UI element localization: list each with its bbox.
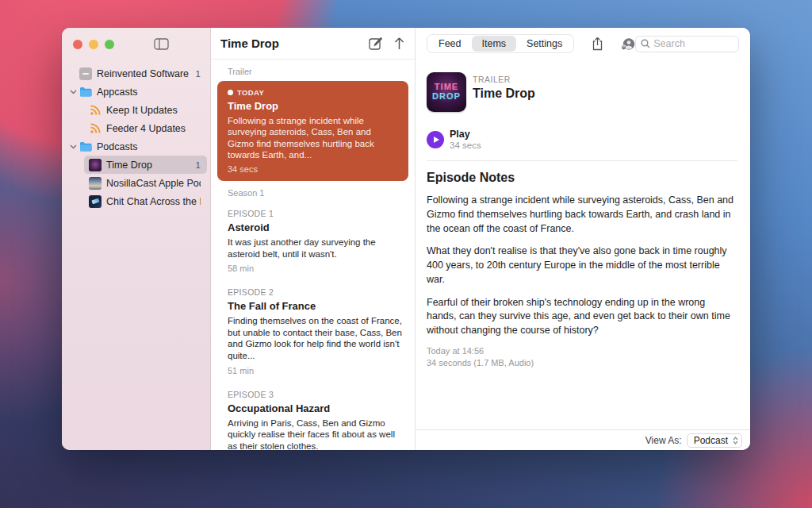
person-sync-icon[interactable]: [621, 37, 635, 51]
play-icon: [434, 137, 439, 143]
chevron-down-icon[interactable]: [70, 89, 79, 94]
detail-pane: Feed Items Settings: [416, 28, 750, 450]
detail-title: Time Drop: [473, 87, 535, 101]
folder-icon: [79, 86, 92, 98]
minimize-button[interactable]: [89, 40, 98, 49]
episode-kicker: EPISODE 1: [228, 209, 402, 218]
view-segmented-control: Feed Items Settings: [427, 34, 574, 53]
rss-icon: [89, 104, 102, 117]
detail-toolbar: Feed Items Settings: [416, 28, 750, 60]
detail-header: TIME DROP TRAILER Time Drop: [427, 72, 737, 112]
view-as-dropdown[interactable]: Podcast: [687, 433, 742, 448]
sidebar-item-label: Appcasts: [97, 87, 201, 98]
section-header-season: Season 1: [211, 181, 415, 202]
chevron-down-icon[interactable]: [70, 144, 79, 149]
sidebar: Reinvented Software 1 Appcasts: [62, 28, 211, 450]
episode-kicker: EPISODE 3: [228, 390, 402, 399]
section-header-trailer: Trailer: [211, 60, 415, 81]
episode-kicker: EPISODE 2: [228, 287, 402, 297]
notes-heading: Episode Notes: [427, 171, 737, 185]
sidebar-item-reinvented-software[interactable]: Reinvented Software 1: [75, 64, 207, 83]
notes-paragraph: What they don't realise is that they've …: [427, 244, 737, 287]
nosillacast-artwork-icon: [89, 177, 102, 190]
upload-arrow-icon[interactable]: [393, 37, 405, 50]
episode-list-pane: Time Drop Trailer TODAY: [211, 28, 416, 450]
notes-paragraph: Fearful of their broken ship's technolog…: [427, 296, 737, 338]
chit-chat-artwork-icon: [89, 195, 102, 208]
unread-badge: 1: [196, 69, 201, 79]
episode-description: Following a strange incident while surve…: [228, 115, 398, 161]
today-kicker: TODAY: [228, 88, 398, 97]
separator: [427, 160, 737, 161]
episode-title: Time Drop: [228, 100, 398, 112]
detail-footer: View As: Podcast: [416, 429, 750, 450]
desktop-wallpaper: Reinvented Software 1 Appcasts: [0, 0, 812, 508]
play-label: Play: [450, 129, 481, 140]
publish-date: Today at 14:56: [427, 346, 737, 356]
podcast-artwork: TIME DROP: [427, 72, 466, 112]
sidebar-toggle-icon[interactable]: [154, 38, 169, 50]
episode-description: Finding themselves on the coast of Franc…: [228, 315, 402, 361]
close-button[interactable]: [73, 40, 82, 49]
sidebar-folder-podcasts[interactable]: Podcasts: [65, 137, 207, 156]
search-input[interactable]: [653, 38, 733, 49]
detail-content: TIME DROP TRAILER Time Drop Play 34 secs: [416, 60, 750, 429]
episode-notes: Episode Notes Following a strange incide…: [427, 171, 737, 368]
sidebar-item-time-drop[interactable]: Time Drop 1: [84, 156, 207, 174]
folder-icon: [79, 140, 92, 153]
search-field[interactable]: [635, 36, 739, 52]
episode-title: Asteroid: [228, 221, 402, 233]
view-as-label: View As:: [645, 435, 682, 446]
unread-dot-icon: [228, 90, 233, 95]
sidebar-item-label: NosillaCast Apple Podc...: [106, 178, 201, 189]
episode-title: The Fall of France: [228, 300, 402, 312]
sidebar-item-label: Podcasts: [97, 141, 201, 152]
play-row: Play 34 secs: [427, 129, 737, 150]
notes-paragraph: Following a strange incident while surve…: [427, 194, 737, 236]
app-window-icon: [79, 67, 92, 80]
rss-icon: [89, 122, 102, 135]
episode-duration: 58 min: [228, 264, 402, 273]
sidebar-item-feeder-4-updates[interactable]: Feeder 4 Updates: [84, 119, 207, 137]
share-icon[interactable]: [592, 37, 603, 51]
stepper-chevrons-icon: [733, 437, 738, 444]
sidebar-item-nosillacast[interactable]: NosillaCast Apple Podc...: [84, 174, 207, 192]
view-as-value: Podcast: [694, 435, 728, 446]
episode-description: It was just another day surveying the as…: [228, 237, 402, 260]
sidebar-item-label: Reinvented Software: [97, 68, 191, 79]
zoom-button[interactable]: [105, 40, 114, 49]
sidebar-folder-appcasts[interactable]: Appcasts: [65, 83, 207, 101]
sidebar-item-label: Chit Chat Across the Po...: [106, 196, 201, 207]
selected-episode-card[interactable]: TODAY Time Drop Following a strange inci…: [217, 81, 408, 181]
list-pane-header: Time Drop: [211, 28, 415, 60]
sidebar-item-label: Time Drop: [106, 160, 191, 171]
play-button[interactable]: [427, 131, 444, 148]
detail-kicker: TRAILER: [473, 75, 535, 84]
tab-items[interactable]: Items: [472, 36, 517, 52]
sidebar-item-label: Feeder 4 Updates: [106, 123, 201, 134]
sidebar-item-label: Keep It Updates: [106, 105, 201, 116]
feed-title: Time Drop: [220, 37, 358, 50]
episode-duration: 51 min: [228, 366, 402, 375]
episode-title: Occupational Hazard: [228, 402, 402, 414]
episode-row[interactable]: EPISODE 2 The Fall of France Finding the…: [211, 281, 415, 383]
time-drop-artwork-icon: [89, 159, 102, 171]
compose-icon[interactable]: [369, 37, 382, 50]
tab-settings[interactable]: Settings: [516, 36, 573, 52]
sidebar-list: Reinvented Software 1 Appcasts: [62, 61, 210, 210]
sidebar-item-chit-chat[interactable]: Chit Chat Across the Po...: [84, 192, 207, 210]
app-window: Reinvented Software 1 Appcasts: [62, 28, 750, 450]
episode-list: Trailer TODAY Time Drop Following a stra…: [211, 60, 415, 450]
unread-badge: 1: [196, 160, 201, 170]
file-info: 34 seconds (1.7 MB, Audio): [427, 358, 737, 368]
tab-feed[interactable]: Feed: [428, 36, 472, 52]
episode-description: Arriving in Paris, Cass, Ben and Gizmo q…: [228, 418, 402, 451]
episode-duration: 34 secs: [228, 164, 398, 174]
search-icon: [641, 39, 650, 48]
window-controls: [62, 38, 210, 61]
episode-row[interactable]: EPISODE 1 Asteroid It was just another d…: [211, 202, 415, 281]
play-duration: 34 secs: [450, 140, 481, 150]
episode-row[interactable]: EPISODE 3 Occupational Hazard Arriving i…: [211, 383, 415, 451]
sidebar-item-keep-it-updates[interactable]: Keep It Updates: [84, 101, 207, 119]
